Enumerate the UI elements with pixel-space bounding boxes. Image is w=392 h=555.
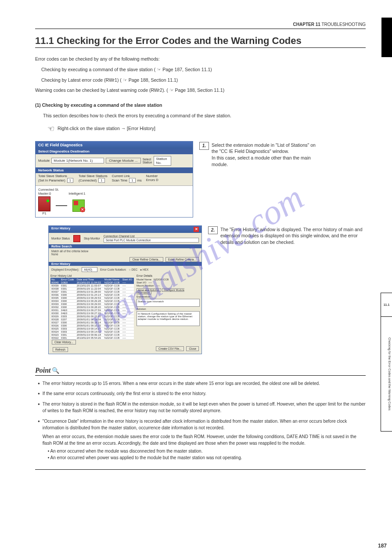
link-scan-col: Current Link Scan Time 1 ms bbox=[112, 174, 142, 183]
table-header: Error Code bbox=[60, 278, 76, 281]
table-cell: ---- bbox=[122, 290, 134, 293]
stop-monitor-icon[interactable] bbox=[73, 235, 80, 242]
refine-search-bar: Refine Search bbox=[49, 244, 201, 248]
table-row[interactable]: 0002903032000/01/06 00:22:00NZ2GF-CCB---… bbox=[50, 315, 134, 318]
table-header: Date and Time bbox=[76, 278, 104, 281]
table-row[interactable]: 0002203012013/01/24 05:54:26NZ2GF-CCB---… bbox=[50, 336, 134, 339]
station-field[interactable]: Station No. bbox=[154, 156, 171, 166]
master-label: Master:0 bbox=[38, 192, 51, 196]
connector-line bbox=[56, 205, 67, 206]
change-module-button[interactable]: Change Module ... bbox=[106, 158, 140, 163]
error-details-label: Error Details bbox=[137, 274, 200, 277]
explanation-box: Station type mismatch bbox=[137, 299, 200, 307]
table-cell: NZ2GF-CCB bbox=[104, 296, 122, 299]
errhist-title: Error History bbox=[51, 227, 70, 232]
enter-refine-button[interactable]: Enter Refine Criteria... bbox=[165, 257, 199, 262]
table-row[interactable]: 0003403002000/01/19 00:29:28NZ2GF-CCB---… bbox=[50, 299, 134, 302]
error-table-wrap: Error History List No.Error CodeDate and… bbox=[50, 274, 134, 344]
table-cell: NZ2GF-CCB bbox=[104, 293, 122, 296]
station-diagram: Connected St. Master:0 Intelligent:1 P1 bbox=[36, 185, 193, 217]
table-cell: ---- bbox=[122, 305, 134, 308]
table-cell: 00038 bbox=[50, 287, 60, 290]
table-row[interactable]: 0002503032000/01/19 00:14:27NZ2GF-CCB---… bbox=[50, 327, 134, 330]
table-cell: 2000/01/01 00:19:04 bbox=[76, 318, 104, 321]
conn-channel-field[interactable]: Serial Port PLC Module Connection bbox=[104, 238, 199, 243]
master-node[interactable]: P1 bbox=[38, 196, 50, 215]
table-cell: NZ2GF-CCB bbox=[104, 290, 122, 293]
close-button[interactable]: Close bbox=[186, 346, 199, 351]
explanation-label: Explanation bbox=[137, 295, 200, 298]
error-table[interactable]: No.Error CodeDate and TimeModel NameStar… bbox=[50, 278, 134, 340]
table-row[interactable]: 0002303012000/01/19 00:06:18NZ2GF-CCB---… bbox=[50, 333, 134, 336]
hex-radio[interactable]: ● HEX bbox=[140, 268, 148, 271]
error-history-list-label: Error History List bbox=[50, 274, 134, 277]
table-row[interactable]: 0003803012000/01/29 11:22:04NZ2GF-CCB---… bbox=[50, 287, 134, 290]
table-cell: 2000/01/19 00:27:59 bbox=[76, 308, 104, 312]
table-cell: NZ2GF-CCB bbox=[104, 308, 122, 312]
table-cell: ---- bbox=[122, 284, 134, 287]
dec-radio[interactable]: ○ DEC bbox=[129, 268, 137, 271]
table-cell: NZ2GF-CCB bbox=[104, 305, 122, 308]
subsection-head: (1) Checking by executing a command of t… bbox=[35, 102, 366, 109]
monitor-status-label: Monitor Status bbox=[51, 237, 70, 240]
table-header: Start I/O bbox=[122, 278, 134, 281]
table-cell: 2000/01/29 11:22:04 bbox=[76, 287, 104, 290]
screenshot-error-history: Error History ✕ Monitor Status Stop Moni… bbox=[35, 223, 202, 359]
point-item-4: "Occurrence Date" information in the err… bbox=[43, 418, 366, 461]
close-icon[interactable]: ✕ bbox=[194, 227, 199, 232]
diag-titlebar: CC IE Field Diagnostics bbox=[36, 141, 193, 149]
table-row[interactable]: 0003004E02000/01/19 00:27:20NZ2GF-CCB---… bbox=[50, 312, 134, 315]
table-cell: 2000/01/19 00:28:20 bbox=[76, 305, 104, 308]
table-cell: 0303 bbox=[60, 327, 76, 330]
table-cell: ---- bbox=[122, 299, 134, 302]
table-cell: ---- bbox=[122, 287, 134, 290]
total-set-col: Total Slave Stations (Set In Parameter) … bbox=[38, 174, 74, 183]
diag-network-bar: Network Status bbox=[36, 167, 193, 173]
table-cell: ---- bbox=[122, 333, 134, 336]
point-label: Point bbox=[35, 366, 51, 374]
table-cell: NZ2GF-CCB bbox=[104, 327, 122, 330]
point-item-3: The error history is stored in the flash… bbox=[43, 401, 366, 414]
bullet-1: Checking by executing a command of the s… bbox=[35, 66, 366, 73]
table-cell: 00035 bbox=[50, 296, 60, 299]
step-1-number: 1. bbox=[199, 142, 209, 150]
table-cell: NZ2GF-CCB bbox=[104, 318, 122, 321]
point-item-2: If the same error occurs continuously, o… bbox=[43, 390, 206, 397]
warning-text: Warning codes can be checked by Latest w… bbox=[35, 87, 366, 94]
module-field[interactable]: Module 1(Network No. 1) bbox=[51, 158, 104, 163]
refresh-button[interactable]: Refresh bbox=[53, 347, 68, 352]
table-cell: NZ2GF-CCB bbox=[104, 315, 122, 318]
clear-refine-button[interactable]: Clear Refine Criteria... bbox=[129, 257, 163, 262]
table-row[interactable]: 0003303002000/01/19 00:29:00NZ2GF-CCB---… bbox=[50, 302, 134, 305]
table-row[interactable]: 0003603002000/01/19 01:24:14NZ2GF-CCB---… bbox=[50, 293, 134, 296]
clear-history-button[interactable]: Clear History... bbox=[52, 340, 76, 345]
section-underline bbox=[35, 47, 366, 48]
create-csv-button[interactable]: Create CSV File... bbox=[156, 346, 184, 351]
table-cell: 00040 bbox=[50, 281, 60, 284]
table-cell: 0300 bbox=[60, 305, 76, 308]
table-row[interactable]: 0002603002000/01/01 00:10:25NZ2GF-CCB---… bbox=[50, 324, 134, 327]
table-header: Model Name bbox=[104, 278, 122, 281]
table-row[interactable]: 0003703012000/01/19 01:28:00NZ2GF-CCB---… bbox=[50, 290, 134, 293]
table-cell: 00032 bbox=[50, 305, 60, 308]
table-row[interactable]: 0003104E02000/01/19 00:27:59NZ2GF-CCB---… bbox=[50, 308, 134, 312]
conn-channel-label: Connection Channel List bbox=[104, 235, 199, 238]
table-cell: 00033 bbox=[50, 302, 60, 305]
table-cell: 00039 bbox=[50, 284, 60, 287]
table-row[interactable]: 0002703002000/01/01 00:18:14NZ2GF-CCB---… bbox=[50, 321, 134, 324]
solution-box: In Network Configuration Setting of the … bbox=[137, 311, 200, 326]
table-cell: NZ2GF-CCB bbox=[104, 299, 122, 302]
intelligent-node[interactable] bbox=[72, 200, 85, 212]
table-row[interactable]: 0002802072000/01/01 00:19:04NZ2GF-CCB---… bbox=[50, 318, 134, 321]
table-row[interactable]: 0003903012013/01/25 11:03:07NZ2GF-CCB---… bbox=[50, 284, 134, 287]
table-row[interactable]: 0003203002000/01/19 00:28:20NZ2GF-CCB---… bbox=[50, 305, 134, 308]
table-row[interactable]: 0003503002000/01/19 00:29:53NZ2GF-CCB---… bbox=[50, 296, 134, 299]
table-cell: 0300 bbox=[60, 299, 76, 302]
number-errors-col: Number Errors D bbox=[146, 174, 158, 183]
table-row[interactable]: 0002403032000/01/19 00:14:02NZ2GF-CCB---… bbox=[50, 330, 134, 333]
table-cell: 0300 bbox=[60, 293, 76, 296]
chapter-title: TROUBLESHOOTING bbox=[321, 22, 366, 27]
displayed-field[interactable]: All(40) bbox=[82, 267, 97, 272]
table-cell: 00029 bbox=[50, 315, 60, 318]
connected-label: Connected St. bbox=[38, 188, 190, 192]
